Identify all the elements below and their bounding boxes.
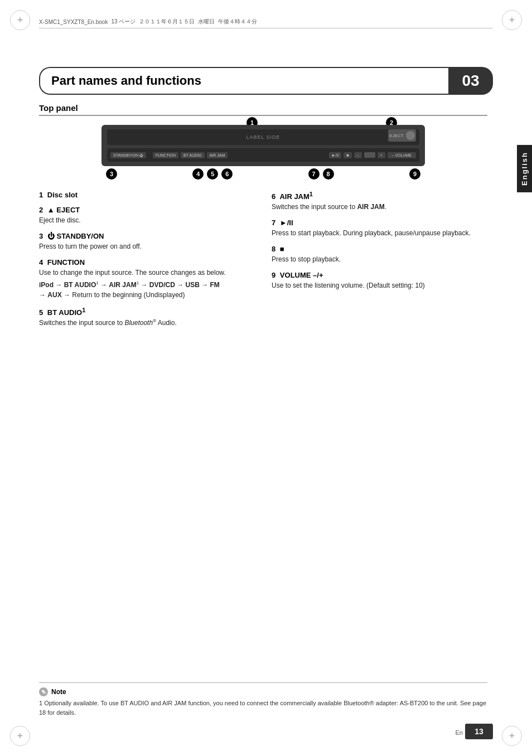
- item-9-title: VOLUME –/+: [280, 271, 323, 279]
- callout-8: 8: [323, 168, 334, 180]
- device-eject-btn: EJECT: [388, 129, 416, 142]
- corner-mark-tr: [502, 10, 522, 30]
- vol-minus-btn: –: [354, 152, 362, 158]
- filename: X-SMC1_SYXZT8_En.book: [39, 19, 108, 25]
- item-5-num: 5: [39, 308, 43, 317]
- item-4-sequence: iPod → BT AUDIO1 → AIR JAM1 → DVD/CD → U…: [39, 280, 255, 300]
- item-3-title: ⏻ STANDBY/ON: [47, 232, 104, 240]
- item-3-header: 3 ⏻ STANDBY/ON: [39, 232, 255, 240]
- callouts-789: 7 8: [308, 168, 334, 180]
- item-1-num: 1: [39, 191, 43, 199]
- callout-7: 7: [308, 168, 320, 180]
- item-6-header: 6 AIR JAM1: [272, 191, 487, 201]
- item-7-desc: Press to start playback. During playback…: [272, 228, 487, 238]
- corner-mark-tl: [10, 10, 30, 30]
- col-left: 1 Disc slot 2 ▲ EJECT Eject the disc. 3 …: [39, 191, 255, 335]
- item-7-block: 7 ►/II Press to start playback. During p…: [272, 219, 487, 238]
- item-2-block: 2 ▲ EJECT Eject the disc.: [39, 206, 255, 225]
- section-header: Top panel: [39, 103, 487, 116]
- vol-plus-btn: +: [378, 152, 385, 158]
- item-5-title: BT AUDIO1: [47, 308, 85, 317]
- corner-mark-br: [502, 726, 522, 746]
- item-3-block: 3 ⏻ STANDBY/ON Press to turn the power o…: [39, 232, 255, 251]
- item-6-block: 6 AIR JAM1 Switches the input source to …: [272, 191, 487, 212]
- standby-btn: STANDBY/ON ⏻: [110, 152, 146, 158]
- volume-label: – VOLUME: [388, 152, 416, 158]
- item-1-block: 1 Disc slot: [39, 191, 255, 199]
- air-jam-btn: AIR JAM: [207, 152, 228, 158]
- bt-audio-btn: BT AUDIO: [181, 152, 205, 158]
- item-3-desc: Press to turn the power on and off.: [39, 241, 255, 251]
- item-5-header: 5 BT AUDIO1: [39, 307, 255, 317]
- chapter-number: 03: [462, 72, 479, 90]
- note-text: 1 Optionally available. To use BT AUDIO …: [39, 699, 487, 717]
- play-pause-btn: ►/II: [329, 152, 342, 158]
- callout-3: 3: [106, 168, 117, 180]
- item-6-num: 6: [272, 192, 275, 201]
- date: ２０１１年６月１５日: [139, 18, 195, 26]
- item-7-title: ►/II: [280, 219, 293, 227]
- item-1-title: Disc slot: [47, 191, 78, 199]
- chapter-number-box: 03: [448, 67, 493, 95]
- chapter-title: Part names and functions: [51, 74, 201, 88]
- item-9-desc: Use to set the listening volume. (Defaul…: [272, 280, 487, 290]
- item-2-title: ▲ EJECT: [47, 206, 80, 214]
- callout-6: 6: [221, 168, 233, 180]
- function-btn: FUNCTION: [153, 152, 178, 158]
- stop-btn: ■: [344, 152, 351, 158]
- note-label: Note: [51, 688, 66, 696]
- day: 水曜日: [198, 18, 215, 26]
- time: 午後４時４４分: [218, 18, 257, 26]
- eject-label: EJECT: [389, 133, 403, 138]
- device-image-container: 1 2 EJECT LABEL SIDE STA: [39, 125, 487, 180]
- device-slot-area: LABEL SIDE: [107, 129, 419, 145]
- file-info-bar: X-SMC1_SYXZT8_En.book 13 ページ ２０１１年６月１５日 …: [39, 18, 493, 28]
- item-5-block: 5 BT AUDIO1 Switches the input source to…: [39, 307, 255, 328]
- item-8-desc: Press to stop playback.: [272, 254, 487, 264]
- item-4-num: 4: [39, 258, 43, 266]
- callout-5: 5: [207, 168, 218, 180]
- corner-mark-bl: [10, 726, 30, 746]
- item-8-block: 8 ■ Press to stop playback.: [272, 245, 487, 264]
- item-2-num: 2: [39, 206, 43, 214]
- item-7-header: 7 ►/II: [272, 219, 487, 227]
- note-section: ✎ Note 1 Optionally available. To use BT…: [39, 682, 487, 717]
- item-8-num: 8: [272, 245, 275, 253]
- slot-label: LABEL SIDE: [246, 134, 280, 140]
- item-9-header: 9 VOLUME –/+: [272, 271, 487, 279]
- col-right: 6 AIR JAM1 Switches the input source to …: [272, 191, 487, 335]
- callouts-456: 4 5 6: [192, 168, 233, 180]
- bottom-callouts-row: 3 4 5 6 7 8 9: [101, 166, 425, 180]
- item-3-num: 3: [39, 232, 43, 240]
- item-5-desc: Switches the input source to Bluetooth® …: [39, 318, 255, 328]
- page-ref: 13 ページ: [111, 18, 136, 26]
- item-4-title: FUNCTION: [47, 258, 85, 266]
- page: X-SMC1_SYXZT8_En.book 13 ページ ２０１１年６月１５日 …: [0, 0, 532, 756]
- item-8-title: ■: [280, 245, 284, 253]
- english-tab: English: [517, 145, 532, 192]
- item-2-header: 2 ▲ EJECT: [39, 206, 255, 214]
- page-en-label: En: [456, 729, 463, 736]
- item-4-block: 4 FUNCTION Use to change the input sourc…: [39, 258, 255, 300]
- main-content: Top panel 1 2 EJECT LABEL SIDE: [39, 103, 487, 335]
- content-columns: 1 Disc slot 2 ▲ EJECT Eject the disc. 3 …: [39, 191, 487, 335]
- callout-4: 4: [192, 168, 204, 180]
- item-9-block: 9 VOLUME –/+ Use to set the listening vo…: [272, 271, 487, 290]
- item-8-header: 8 ■: [272, 245, 487, 253]
- note-icon: ✎: [39, 687, 48, 696]
- note-header: ✎ Note: [39, 687, 487, 696]
- item-7-num: 7: [272, 219, 275, 227]
- chapter-header: Part names and functions 03: [39, 67, 493, 95]
- item-4-desc: Use to change the input source. The sour…: [39, 268, 255, 278]
- item-4-header: 4 FUNCTION: [39, 258, 255, 266]
- item-2-desc: Eject the disc.: [39, 215, 255, 225]
- volume-slider: [364, 152, 375, 158]
- item-9-num: 9: [272, 271, 275, 279]
- item-6-desc: Switches the input source to AIR JAM.: [272, 202, 487, 212]
- callout-9: 9: [409, 168, 420, 180]
- item-1-header: 1 Disc slot: [39, 191, 255, 199]
- device-controls: STANDBY/ON ⏻ FUNCTION BT AUDIO AIR JAM ►…: [107, 148, 419, 162]
- device-img-wrapper: 1 2 EJECT LABEL SIDE STA: [101, 125, 425, 180]
- page-number-box: 13: [465, 724, 493, 739]
- device-panel: EJECT LABEL SIDE STANDBY/ON ⏻ FUNCTION B…: [101, 125, 425, 166]
